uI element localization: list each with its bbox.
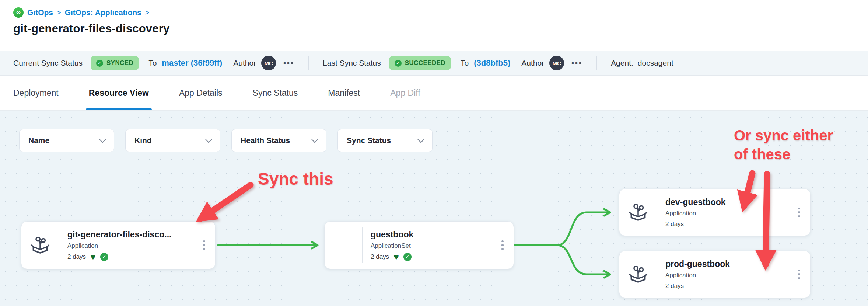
node-meta: 2 days ♥ ✓ — [67, 253, 192, 261]
node-kind: Application — [665, 210, 787, 217]
last-commit-link[interactable]: (3d8bfb5) — [474, 58, 510, 68]
resource-graph-canvas: Name Kind Health Status Sync Status Sync… — [0, 111, 868, 306]
node-title: guestbook — [371, 230, 491, 240]
tab-app-diff[interactable]: App Diff — [390, 76, 420, 110]
filter-bar: Name Kind Health Status Sync Status — [19, 129, 433, 152]
breadcrumb-separator: > — [57, 8, 61, 17]
node-body: dev-guestbook Application 2 days — [657, 192, 790, 233]
health-heart-icon: ♥ — [90, 254, 96, 260]
divider — [308, 56, 309, 70]
health-heart-icon: ♥ — [393, 254, 399, 260]
node-meta: 2 days — [665, 282, 787, 290]
chevron-down-icon — [311, 136, 318, 143]
tab-sync-status[interactable]: Sync Status — [253, 76, 298, 110]
check-circle-icon: ✓ — [96, 60, 103, 67]
filter-dropdown-kind[interactable]: Kind — [125, 129, 220, 152]
application-icon — [21, 235, 59, 255]
node-menu-kebab-icon[interactable] — [195, 240, 213, 250]
current-author-label: Author — [233, 59, 256, 67]
annotation-line: Or sync either — [734, 126, 833, 145]
node-kind: Application — [665, 272, 787, 279]
current-sync-status-label: Current Sync Status — [13, 59, 83, 67]
chevron-down-icon — [99, 136, 106, 143]
filter-label: Kind — [134, 136, 152, 145]
graph-node-guestbook[interactable]: guestbook ApplicationSet 2 days ♥ ✓ — [324, 221, 514, 269]
application-icon — [619, 202, 657, 223]
succeeded-badge-label: SUCCEEDED — [405, 59, 445, 67]
synced-check-icon: ✓ — [100, 253, 108, 261]
synced-check-icon: ✓ — [403, 253, 412, 261]
breadcrumb-link-gitops[interactable]: GitOps — [27, 8, 53, 17]
breadcrumb: ∞ GitOps > GitOps: Applications > — [13, 7, 868, 18]
tab-deployment[interactable]: Deployment — [13, 76, 59, 110]
last-sync-status-label: Last Sync Status — [323, 59, 381, 67]
node-age: 2 days — [665, 282, 684, 290]
node-kind: Application — [67, 242, 192, 250]
graph-node-git-generator-files-discovery[interactable]: git-generator-files-disco... Application… — [21, 221, 216, 269]
tab-app-details[interactable]: App Details — [179, 76, 223, 110]
filter-dropdown-name[interactable]: Name — [19, 129, 114, 152]
sync-status-bar: Current Sync Status ✓ SYNCED To master (… — [0, 51, 868, 76]
current-commit-link[interactable]: master (36f99ff) — [162, 58, 222, 68]
filter-label: Name — [28, 136, 49, 145]
application-icon — [619, 264, 657, 285]
current-to-label: To — [148, 59, 157, 67]
graph-node-dev-guestbook[interactable]: dev-guestbook Application 2 days — [619, 189, 811, 236]
breadcrumb-separator: > — [145, 8, 150, 17]
last-author-avatar[interactable]: MC — [549, 56, 564, 70]
node-menu-kebab-icon[interactable] — [790, 270, 808, 279]
divider — [596, 56, 597, 70]
chevron-down-icon — [205, 136, 212, 143]
filter-label: Health Status — [241, 136, 290, 145]
gitops-logo-icon: ∞ — [13, 7, 24, 18]
chevron-down-icon — [417, 136, 424, 143]
node-body: prod-guestbook Application 2 days — [657, 254, 790, 295]
node-meta: 2 days — [665, 220, 787, 228]
annotation-line: of these — [734, 145, 833, 164]
agent-label: Agent: — [611, 59, 633, 67]
page-title: git-generator-files-discovery — [13, 22, 868, 35]
filter-dropdown-health-status[interactable]: Health Status — [231, 129, 326, 152]
node-title: prod-guestbook — [665, 259, 787, 269]
agent-value: docsagent — [638, 59, 673, 67]
node-meta: 2 days ♥ ✓ — [371, 253, 491, 261]
synced-badge-label: SYNCED — [106, 59, 133, 67]
page-header: ∞ GitOps > GitOps: Applications > git-ge… — [0, 0, 868, 51]
node-age: 2 days — [371, 253, 389, 261]
synced-status-badge: ✓ SYNCED — [91, 56, 139, 70]
annotation-sync-this: Sync this — [258, 169, 333, 189]
tab-manifest[interactable]: Manifest — [328, 76, 360, 110]
last-author-label: Author — [521, 59, 544, 67]
succeeded-status-badge: ✓ SUCCEEDED — [389, 56, 451, 70]
last-to-label: To — [461, 59, 469, 67]
filter-label: Sync Status — [347, 136, 391, 145]
node-age: 2 days — [67, 253, 86, 261]
tab-bar: Deployment Resource View App Details Syn… — [0, 76, 868, 111]
annotation-or-sync-either: Or sync either of these — [734, 126, 833, 164]
filter-dropdown-sync-status[interactable]: Sync Status — [337, 129, 433, 152]
node-menu-kebab-icon[interactable] — [790, 208, 808, 218]
node-age: 2 days — [665, 220, 684, 228]
current-author-avatar[interactable]: MC — [261, 56, 276, 70]
graph-node-prod-guestbook[interactable]: prod-guestbook Application 2 days — [619, 251, 811, 298]
tab-resource-view[interactable]: Resource View — [89, 76, 149, 110]
node-kind: ApplicationSet — [371, 242, 491, 250]
node-body: git-generator-files-disco... Application… — [59, 224, 195, 267]
node-body: guestbook ApplicationSet 2 days ♥ ✓ — [363, 224, 494, 267]
last-more-icon[interactable]: ••• — [571, 59, 582, 67]
node-menu-kebab-icon[interactable] — [494, 240, 511, 250]
current-more-icon[interactable]: ••• — [283, 59, 294, 67]
breadcrumb-link-applications[interactable]: GitOps: Applications — [65, 8, 141, 17]
check-circle-icon: ✓ — [395, 60, 402, 67]
node-title: dev-guestbook — [665, 197, 787, 207]
node-title: git-generator-files-disco... — [67, 230, 192, 240]
